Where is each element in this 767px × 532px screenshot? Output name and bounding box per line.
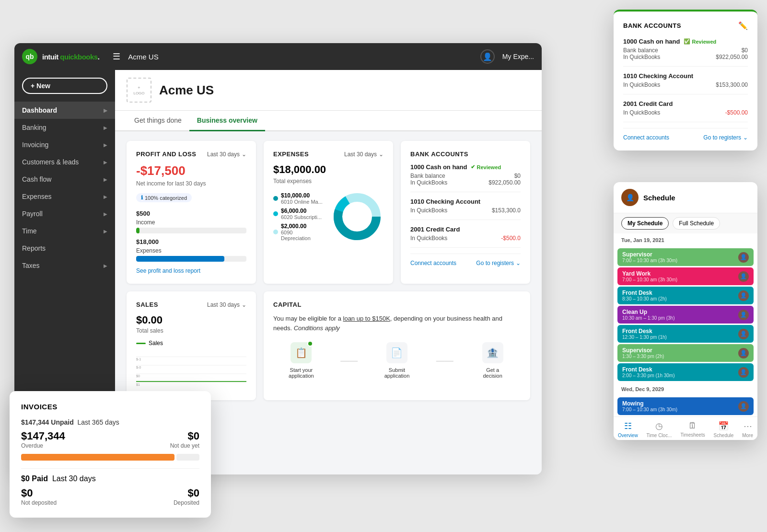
event-cleanup: Clean Up 10:30 am – 1:30 pm (3h) 👤: [617, 306, 754, 324]
not-deposited-amount: $0: [21, 487, 57, 499]
expenses-period: Last 30 days ⌄: [344, 151, 384, 158]
unpaid-label: $147,344 Unpaid Last 365 days: [21, 418, 119, 426]
sidebar-item-time[interactable]: Time ▶: [14, 222, 115, 240]
capital-steps: 📋 Start your application —— 📄 Submit app…: [273, 342, 521, 379]
capital-text: You may be eligible for a loan up to $15…: [273, 314, 521, 333]
expenses-title: EXPENSES: [273, 150, 309, 158]
sales-subtitle: Total sales: [136, 327, 246, 334]
event-avatar-3: 👤: [738, 290, 749, 301]
deposited-label: Deposited: [174, 499, 199, 506]
legend-dot-2: [273, 211, 278, 216]
loan-amount-link[interactable]: loan up to $150K: [343, 315, 390, 322]
sidebar-item-expenses[interactable]: Expenses ▶: [14, 188, 115, 205]
new-button[interactable]: + New: [22, 78, 107, 94]
pnl-subtitle: Net income for last 30 days: [136, 180, 246, 187]
info-icon: ℹ: [141, 195, 143, 201]
company-header: + LOGO Acme US: [115, 70, 542, 111]
chevron-down-icon: ⌄: [516, 260, 521, 266]
logo-plus: +: [138, 85, 140, 90]
sidebar-item-payroll[interactable]: Payroll ▶: [14, 205, 115, 222]
income-bar-fill: [136, 228, 139, 233]
event-frontdesk-3: Front Desk 2:00 – 3:30 pm (1h 30m) 👤: [617, 363, 754, 381]
user-icon[interactable]: 👤: [480, 49, 495, 64]
schedule-header: 👤 Schedule: [614, 182, 757, 213]
sales-legend: Sales: [136, 340, 246, 347]
chevron-icon: ▶: [104, 263, 107, 268]
popup-qb-row-2: In QuickBooks -$500.00: [623, 109, 748, 116]
sales-period: Last 30 days ⌄: [207, 301, 246, 308]
not-due-bar: [176, 454, 199, 461]
conditions-text: Conditions apply: [294, 324, 340, 332]
invoices-unpaid-header: $147,344 Unpaid Last 365 days: [21, 418, 199, 426]
schedule-tabs: My Schedule Full Schedule: [614, 213, 757, 233]
sidebar-item-taxes[interactable]: Taxes ▶: [14, 257, 115, 274]
pnl-card: PROFIT AND LOSS Last 30 days ⌄ -$17,500 …: [127, 141, 256, 284]
popup-register-link[interactable]: Go to registers ⌄: [703, 134, 748, 141]
bank-balance-row-0: Bank balance $0: [410, 173, 521, 179]
sidebar-label-invoicing: Invoicing: [22, 141, 48, 149]
chevron-down-icon: ⌄: [242, 301, 246, 308]
chevron-icon: ▶: [104, 177, 107, 182]
edit-icon[interactable]: ✏️: [738, 21, 748, 30]
not-due-right: $0 Not due yet: [170, 430, 199, 449]
tab-business-overview[interactable]: Business overview: [189, 111, 265, 131]
bank-card-actions: Connect accounts Go to registers ⌄: [410, 254, 521, 266]
popup-qb-amount-1: $153,300.00: [716, 81, 748, 88]
expenses-subtitle: Total expenses: [273, 178, 384, 185]
capital-step-3: 🏦 Get a decision: [476, 342, 510, 379]
full-schedule-tab[interactable]: Full Schedule: [673, 217, 720, 230]
expenses-bar-row: $18,000 Expenses: [136, 238, 246, 262]
legend-amount-2: $6,000.00: [281, 208, 322, 214]
connect-accounts-link[interactable]: Connect accounts: [410, 260, 456, 266]
more-icon: ⋯: [744, 421, 752, 431]
chevron-down-icon: ⌄: [379, 151, 384, 158]
qb-label: In QuickBooks: [410, 179, 447, 186]
pnl-title: PROFIT AND LOSS: [136, 150, 196, 158]
company-logo-box[interactable]: + LOGO: [127, 78, 151, 103]
sidebar-item-customers[interactable]: Customers & leads ▶: [14, 153, 115, 171]
sidebar-label-dashboard: Dashboard: [22, 106, 57, 114]
hamburger-icon[interactable]: ☰: [113, 51, 120, 62]
sales-title: SALES: [136, 301, 158, 308]
sidebar-item-cashflow[interactable]: Cash flow ▶: [14, 171, 115, 188]
bank-account-name-1: 1010 Checking Account: [410, 198, 521, 205]
tab-get-things-done[interactable]: Get things done: [127, 111, 189, 131]
popup-connect-link[interactable]: Connect accounts: [623, 134, 669, 141]
sidebar-item-dashboard[interactable]: Dashboard ▶: [14, 102, 115, 119]
legend-amount-1: $10,000.00: [281, 192, 323, 199]
mobile-tab-timeclock[interactable]: ◷ Time Cloc...: [647, 421, 672, 438]
legend-item-2: $6,000.00 6020 Subscripti...: [273, 208, 323, 220]
my-schedule-tab[interactable]: My Schedule: [621, 217, 669, 230]
mobile-tab-more[interactable]: ⋯ More: [742, 421, 753, 438]
svg-point-3: [344, 203, 371, 230]
step-arrow-2: ——: [436, 356, 453, 366]
qb-label-2: In QuickBooks: [410, 235, 447, 242]
see-report-link[interactable]: See profit and loss report: [136, 267, 246, 274]
income-bar-track: [136, 228, 246, 233]
legend-desc-2: 6020 Subscripti...: [281, 214, 322, 220]
overdue-amount: $147,344: [21, 430, 65, 442]
overdue-bar: [21, 454, 174, 461]
go-to-registers-link[interactable]: Go to registers ⌄: [476, 260, 521, 266]
invoices-popup-title: INVOICES: [21, 403, 199, 411]
chevron-icon: ▶: [104, 229, 107, 234]
popup-reviewed-badge: ✅ Reviewed: [684, 38, 716, 45]
popup-bank-name-1: 1010 Checking Account: [623, 72, 748, 80]
sidebar-item-reports[interactable]: Reports: [14, 240, 115, 257]
step-label-2: Submit application: [380, 367, 414, 379]
event-avatar-4: 👤: [738, 310, 749, 320]
popup-bank-row-2: 2001 Credit Card In QuickBooks -$500.00: [623, 100, 748, 122]
popup-bank-actions: Connect accounts Go to registers ⌄: [623, 128, 748, 141]
mobile-tab-schedule[interactable]: 📅 Schedule: [714, 421, 734, 438]
expenses-bar-track: [136, 256, 246, 262]
pnl-amount: -$17,500: [136, 163, 246, 178]
qb-label-1: In QuickBooks: [410, 207, 447, 214]
mobile-tab-timesheets[interactable]: 🗓 Timesheets: [680, 421, 705, 438]
schedule-date-1: Tue, Jan 19, 2021: [614, 233, 757, 247]
bank-balance-label: Bank balance: [410, 173, 445, 179]
expenses-bar-label: Expenses: [136, 247, 246, 254]
mobile-tab-overview[interactable]: ☷ Overview: [618, 421, 638, 438]
legend-desc-3: 6090 Depreciation: [281, 230, 323, 241]
sidebar-item-invoicing[interactable]: Invoicing ▶: [14, 136, 115, 153]
sidebar-item-banking[interactable]: Banking ▶: [14, 119, 115, 136]
